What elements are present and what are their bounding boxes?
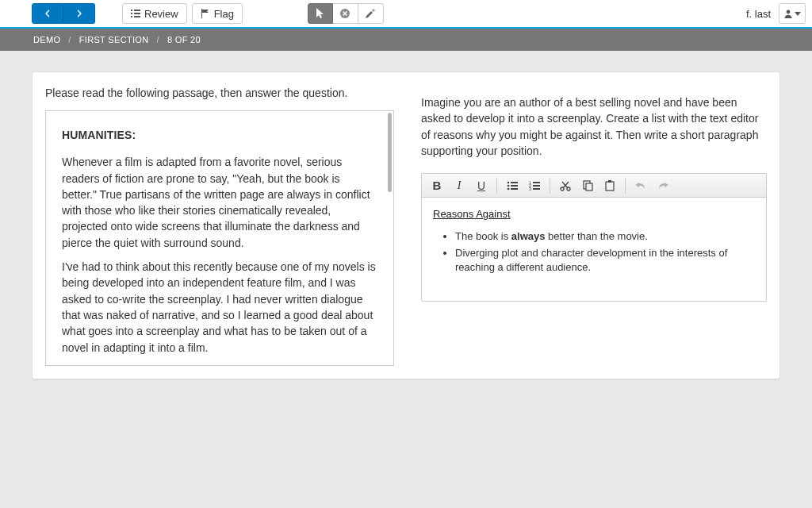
breadcrumb-position: 8 OF 20 — [167, 35, 201, 44]
user-name: f. last — [746, 8, 771, 20]
ul-icon — [507, 181, 518, 190]
undo-icon — [635, 181, 646, 190]
svg-point-4 — [508, 184, 510, 187]
rich-text-editor: B I U 123 — [421, 173, 767, 302]
svg-rect-5 — [511, 185, 518, 187]
scrollbar-thumb[interactable] — [388, 113, 392, 192]
redo-button[interactable] — [653, 176, 673, 195]
editor-content[interactable]: Reasons Against The book is always bette… — [422, 198, 766, 301]
response-heading: Reasons Against — [433, 207, 755, 221]
cursor-icon — [316, 8, 325, 19]
top-toolbar: Review Flag f. last — [0, 0, 812, 29]
breadcrumb-demo: DEMO — [33, 35, 60, 44]
breadcrumb-sep: / — [157, 35, 159, 44]
svg-point-2 — [508, 181, 510, 183]
flag-label: Flag — [214, 8, 234, 20]
prompt-text: Imagine you are an author of a best sell… — [421, 94, 767, 159]
user-icon — [783, 9, 793, 18]
svg-point-1 — [787, 10, 791, 14]
italic-button[interactable]: I — [449, 176, 469, 195]
caret-down-icon — [795, 10, 801, 17]
svg-text:3: 3 — [529, 187, 531, 190]
user-menu-button[interactable] — [779, 3, 806, 24]
cut-button[interactable] — [555, 176, 576, 195]
redo-icon — [657, 181, 668, 190]
svg-rect-18 — [606, 182, 614, 190]
svg-rect-19 — [608, 180, 611, 183]
flag-icon — [201, 9, 210, 18]
review-label: Review — [144, 8, 178, 20]
arrow-left-icon — [43, 9, 52, 18]
svg-point-6 — [508, 187, 510, 190]
number-list-button[interactable]: 123 — [524, 176, 545, 195]
review-button[interactable]: Review — [122, 3, 187, 24]
question-card: Please read the following passage, then … — [32, 71, 780, 379]
bullet-list-button[interactable] — [502, 176, 523, 195]
response-list: The book is always better than the movie… — [433, 229, 755, 275]
passage-p3: While certain novelists have successfull… — [62, 364, 377, 366]
breadcrumb-sep: / — [68, 35, 71, 44]
list-item: Diverging plot and character development… — [455, 246, 755, 275]
underline-button[interactable]: U — [471, 176, 492, 195]
tool-group — [308, 3, 384, 24]
undo-button[interactable] — [630, 176, 651, 195]
nav-buttons — [32, 3, 95, 24]
page-body: Please read the following passage, then … — [0, 51, 812, 379]
next-button[interactable] — [63, 3, 95, 24]
instruction-text: Please read the following passage, then … — [45, 87, 394, 99]
list-icon — [131, 9, 140, 18]
svg-rect-9 — [533, 182, 540, 183]
copy-icon — [583, 180, 593, 191]
paste-button[interactable] — [599, 176, 620, 195]
svg-rect-3 — [511, 182, 518, 183]
highlighter-icon — [365, 8, 376, 19]
ol-icon: 123 — [529, 181, 540, 190]
svg-rect-17 — [586, 183, 592, 190]
svg-rect-7 — [511, 188, 518, 190]
passage-column: Please read the following passage, then … — [45, 85, 394, 366]
svg-rect-13 — [533, 188, 540, 190]
passage-p2: I've had to think about this recently be… — [62, 259, 377, 356]
svg-rect-11 — [533, 185, 540, 187]
editor-toolbar: B I U 123 — [422, 174, 766, 198]
passage-heading: HUMANITIES: — [62, 127, 377, 143]
user-area: f. last — [746, 3, 806, 24]
flag-button[interactable]: Flag — [192, 3, 243, 24]
circle-x-icon — [339, 8, 350, 19]
breadcrumb-section: FIRST SECTION — [79, 35, 149, 44]
bold-button[interactable]: B — [427, 176, 447, 195]
list-item: The book is always better than the movie… — [455, 229, 755, 244]
pointer-tool[interactable] — [308, 3, 333, 24]
clipboard-icon — [605, 180, 615, 191]
eliminate-tool[interactable] — [333, 3, 358, 24]
passage-p1: Whenever a film is adapted from a favori… — [62, 154, 377, 251]
scissors-icon — [560, 180, 571, 191]
copy-button[interactable] — [577, 176, 598, 195]
prev-button[interactable] — [32, 3, 63, 24]
arrow-right-icon — [75, 9, 84, 18]
highlighter-tool[interactable] — [358, 3, 384, 24]
response-column: Imagine you are an author of a best sell… — [421, 85, 767, 366]
breadcrumb: DEMO / FIRST SECTION / 8 OF 20 — [0, 29, 812, 51]
passage-box[interactable]: HUMANITIES: Whenever a film is adapted f… — [45, 110, 394, 366]
